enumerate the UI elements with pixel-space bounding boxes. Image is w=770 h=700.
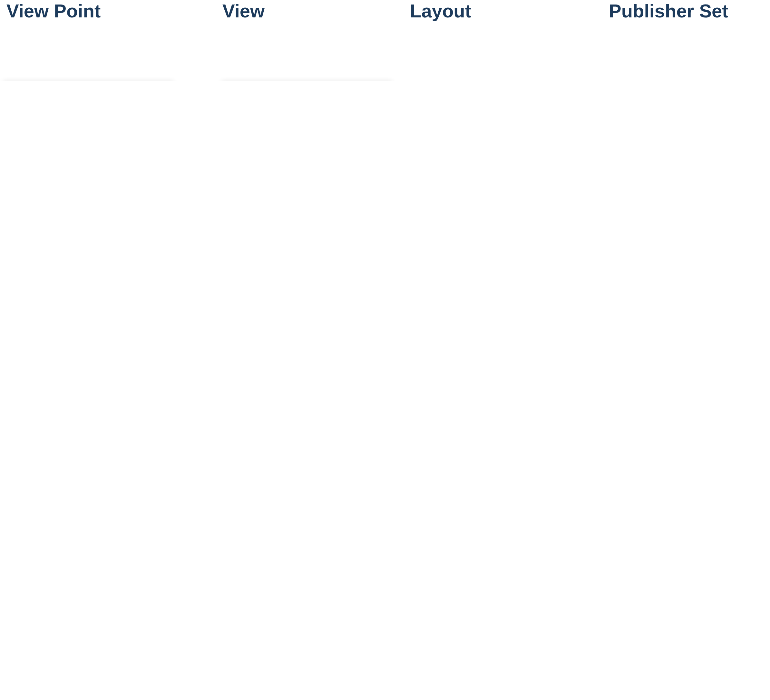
header-layout: Layout <box>410 0 471 22</box>
header-publisher: Publisher Set <box>609 0 728 22</box>
header-view: View <box>222 0 265 22</box>
header-viewpoint: View Point <box>6 0 100 22</box>
